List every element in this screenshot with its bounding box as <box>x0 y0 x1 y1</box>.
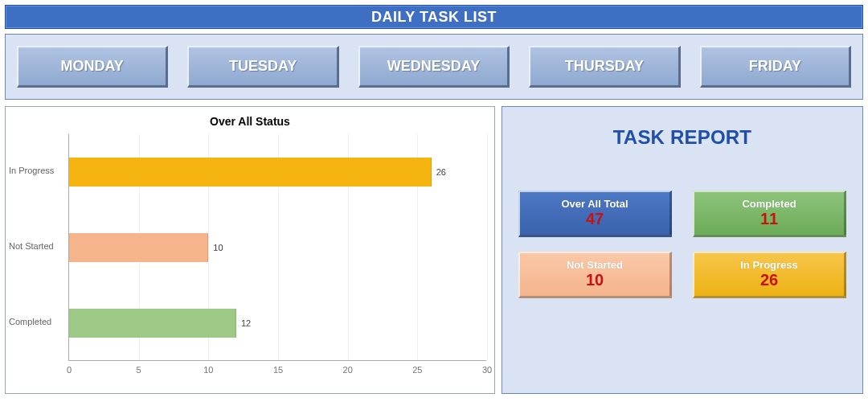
chart-panel: Over All Status 051015202530261012 In Pr… <box>5 106 495 394</box>
main-area: Over All Status 051015202530261012 In Pr… <box>5 106 863 394</box>
stat-card-value: 10 <box>586 271 604 289</box>
chart-category-label: Not Started <box>9 241 57 251</box>
stat-card-label: In Progress <box>740 260 798 272</box>
chart-x-tick: 5 <box>137 365 141 375</box>
stat-card-label: Completed <box>742 199 796 211</box>
day-button-tuesday[interactable]: TUESDAY <box>187 46 338 88</box>
chart-x-tick: 0 <box>67 365 72 375</box>
stat-card-label: Not Started <box>567 260 623 272</box>
chart-bar <box>69 309 236 338</box>
chart-x-tick: 20 <box>343 365 353 375</box>
chart-x-tick: 15 <box>273 365 283 375</box>
stat-card-value: 47 <box>586 210 604 228</box>
chart-category-label: Completed <box>9 317 57 326</box>
chart-value-label: 26 <box>436 167 446 177</box>
day-button-friday[interactable]: FRIDAY <box>700 46 851 88</box>
chart-value-label: 12 <box>241 318 251 328</box>
stat-card-completed[interactable]: Completed11 <box>693 191 846 237</box>
chart-category-label: In Progress <box>9 166 57 175</box>
report-card-grid: Over All Total47Completed11Not Started10… <box>518 191 846 298</box>
chart-x-tick: 10 <box>203 365 213 375</box>
chart-x-tick: 25 <box>412 365 422 375</box>
day-button-thursday[interactable]: THURSDAY <box>529 46 680 88</box>
page-title-bar: DAILY TASK LIST <box>5 5 863 29</box>
stat-card-value: 26 <box>760 271 778 289</box>
day-button-wednesday[interactable]: WEDNESDAY <box>358 46 510 88</box>
chart-bar <box>69 158 432 187</box>
chart-title: Over All Status <box>14 115 486 128</box>
page-title: DAILY TASK LIST <box>371 9 497 26</box>
report-panel: TASK REPORT Over All Total47Completed11N… <box>502 106 863 394</box>
day-buttons-row: MONDAYTUESDAYWEDNESDAYTHURSDAYFRIDAY <box>5 34 863 100</box>
day-button-monday[interactable]: MONDAY <box>17 46 168 88</box>
chart-gridline <box>487 134 488 360</box>
stat-card-value: 11 <box>760 210 778 228</box>
chart-plot: 051015202530261012 <box>68 134 486 361</box>
report-title: TASK REPORT <box>613 126 751 149</box>
stat-card-label: Over All Total <box>561 199 628 211</box>
chart-bar <box>69 233 208 262</box>
chart-x-tick: 30 <box>482 365 492 375</box>
chart-value-label: 10 <box>213 243 223 252</box>
stat-card-over-all-total[interactable]: Over All Total47 <box>518 191 672 237</box>
stat-card-not-started[interactable]: Not Started10 <box>518 252 672 298</box>
stat-card-in-progress[interactable]: In Progress26 <box>693 252 846 298</box>
